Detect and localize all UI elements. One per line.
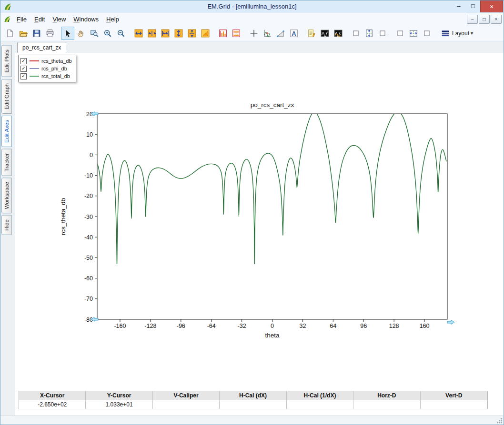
legend-line-sample [30, 68, 39, 69]
select-cursor-button[interactable] [61, 27, 74, 40]
status-value-v-caliper [153, 400, 220, 409]
toggle-box-4-button[interactable] [420, 27, 433, 40]
zoom-out-icon [117, 29, 125, 38]
text-annotation-button[interactable]: A [287, 27, 301, 40]
mdi-close-button[interactable]: × [491, 15, 502, 24]
bounds-x-button[interactable] [159, 27, 172, 40]
shift-x-button[interactable] [145, 27, 159, 40]
toggle-box-3-button[interactable] [393, 27, 407, 40]
x-tick-label: -32 [238, 323, 246, 329]
menus: FileEditViewWindowsHelp [13, 14, 123, 25]
x-axis-label: theta [265, 332, 280, 339]
new-file-icon [6, 29, 14, 38]
crosshair-button[interactable] [247, 27, 261, 40]
h-range-tool-icon [409, 29, 418, 38]
open-file-button[interactable] [17, 27, 30, 40]
h-range-tool-button[interactable] [407, 27, 420, 40]
sidebar-tab-edit-graph[interactable]: Edit Graph [1, 79, 12, 114]
x-axis: -160-128-96-64-320326496128160 [114, 319, 429, 329]
menu-view[interactable]: View [49, 14, 70, 25]
toolbar-separator [128, 27, 132, 40]
x-tick-label: -64 [207, 323, 216, 329]
sidebar-tab-edit-axes[interactable]: Edit Axes [1, 116, 12, 147]
sidebar-tab-tracker[interactable]: Tracker [1, 149, 12, 176]
sidebar-tab-edit-plots[interactable]: Edit Plots [1, 45, 12, 77]
legend-row: ✓rcs_theta_db [20, 57, 72, 65]
scale-y-button[interactable] [172, 27, 185, 40]
toolbar-separator [389, 27, 393, 40]
bounds-x-icon [161, 29, 170, 38]
menu-windows[interactable]: Windows [70, 14, 102, 25]
document-tab[interactable]: po_rcs_cart_zx [17, 42, 66, 53]
v-range-tool-button[interactable] [363, 27, 376, 40]
x-tick-label: 32 [299, 323, 306, 329]
autoscale-button[interactable] [199, 27, 212, 40]
crosshair-icon [250, 29, 258, 38]
select-cursor-icon [63, 29, 72, 38]
minimize-button[interactable]: – [452, 0, 466, 11]
print-icon [46, 29, 54, 38]
sidebar-tab-hide[interactable]: Hide [1, 215, 12, 235]
status-col-y-cursor: Y-Cursor [86, 391, 152, 400]
toggle-box-1-button[interactable] [349, 27, 363, 40]
close-button[interactable]: × [480, 0, 503, 12]
sidebar: Edit PlotsEdit GraphEdit AxesTrackerWork… [0, 45, 15, 237]
slope-marker-button[interactable] [274, 27, 287, 40]
y-tick-label: -70 [84, 296, 93, 302]
zoom-out-button[interactable] [114, 27, 128, 40]
toggle-box-4-icon [423, 29, 431, 38]
resize-grip[interactable] [496, 417, 503, 424]
toggle-box-2-button[interactable] [376, 27, 389, 40]
legend-checkbox[interactable]: ✓ [20, 66, 27, 72]
zoom-window-button[interactable] [88, 27, 101, 40]
status-col-horz-d: Horz-D [353, 391, 420, 400]
plot-border [97, 114, 447, 319]
print-button[interactable] [43, 27, 57, 40]
y-tick-label: 10 [86, 131, 93, 138]
y-axis: 20100-10-20-30-40-50-60-70-80 [84, 111, 97, 323]
legend: ✓rcs_theta_db✓rcs_phi_db✓rcs_total_db [18, 55, 76, 82]
signal-dark-icon [321, 29, 329, 38]
signal-dark-2-button[interactable] [332, 27, 345, 40]
scale-x-icon [134, 29, 143, 38]
mdi-minimize-button[interactable]: – [467, 15, 478, 24]
notes-page-button[interactable] [305, 27, 318, 40]
bar-graph-button[interactable] [216, 27, 230, 40]
plot-region: po_rcs_cart_zx-160-128-96-64-32032649612… [15, 53, 504, 391]
legend-checkbox[interactable]: ✓ [20, 58, 27, 64]
menu-file[interactable]: File [13, 14, 30, 25]
svg-text:A: A [292, 30, 296, 37]
window-controls: –□× [452, 0, 503, 12]
y-tick-label: -20 [84, 193, 93, 199]
legend-label: rcs_phi_db [41, 66, 67, 71]
zoom-in-button[interactable] [101, 27, 114, 40]
axes-graph-button[interactable] [230, 27, 243, 40]
layout-label: Layout [452, 30, 469, 37]
curve-tracker-button[interactable] [261, 27, 274, 40]
signal-dark-button[interactable] [318, 27, 332, 40]
mdi-restore-button[interactable]: □ [479, 15, 490, 24]
x-tick-label: 160 [420, 323, 430, 329]
axis-handle-icon[interactable] [447, 320, 454, 325]
layout-dropdown-button[interactable]: Layout▾ [438, 27, 476, 40]
sidebar-tab-workspace[interactable]: Workspace [1, 178, 12, 213]
pan-hand-button[interactable] [74, 27, 88, 40]
save-file-button[interactable] [30, 27, 43, 40]
maximize-button[interactable]: □ [466, 0, 480, 11]
x-tick-label: 96 [360, 323, 367, 329]
shift-y-button[interactable] [185, 27, 199, 40]
chart[interactable]: po_rcs_cart_zx-160-128-96-64-32032649612… [51, 95, 482, 354]
legend-checkbox[interactable]: ✓ [20, 73, 27, 79]
toggle-box-2-icon [378, 29, 387, 38]
menu-edit[interactable]: Edit [30, 14, 49, 25]
pan-hand-icon [77, 29, 85, 38]
menu-help[interactable]: Help [102, 14, 123, 25]
shift-x-icon [148, 29, 156, 38]
cursor-table-header: X-CursorY-CursorV-CaliperH-Cal (dX)H-Cal… [19, 391, 487, 400]
scale-x-button[interactable] [132, 27, 145, 40]
toolbar-separator [345, 27, 349, 40]
status-col-h-cal-1-dx: H-Cal (1/dX) [287, 391, 353, 400]
new-file-button[interactable] [3, 27, 17, 40]
toolbar-separator [433, 27, 438, 40]
slope-marker-icon [276, 29, 285, 38]
